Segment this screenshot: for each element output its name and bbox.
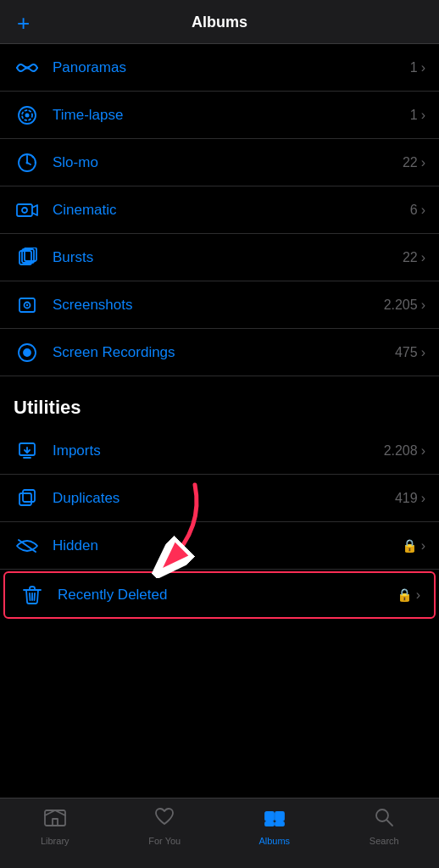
screenrecordings-icon bbox=[14, 339, 41, 366]
svg-line-28 bbox=[30, 593, 31, 600]
duplicates-count: 419 bbox=[395, 491, 418, 506]
panoramas-count: 1 bbox=[410, 60, 418, 75]
bursts-right: 22 › bbox=[403, 250, 425, 265]
timelapse-label: Time-lapse bbox=[53, 107, 410, 124]
search-icon bbox=[374, 807, 394, 832]
slomo-label: Slo-mo bbox=[53, 154, 403, 171]
svg-rect-35 bbox=[275, 822, 284, 826]
imports-label: Imports bbox=[53, 442, 384, 459]
svg-point-17 bbox=[26, 303, 28, 305]
cinematic-count: 6 bbox=[410, 203, 418, 218]
cinematic-icon bbox=[14, 197, 41, 224]
slomo-chevron: › bbox=[421, 155, 425, 170]
imports-right: 2.208 › bbox=[384, 443, 425, 459]
screenshots-chevron: › bbox=[421, 298, 425, 313]
albums-label: Albums bbox=[258, 836, 290, 846]
albums-icon bbox=[264, 807, 286, 832]
utilities-section: Utilities Imports 2.208 › Duplicates 419 bbox=[0, 376, 439, 620]
svg-rect-10 bbox=[17, 204, 32, 216]
svg-point-6 bbox=[26, 161, 29, 164]
recentlydeleted-lock-icon: 🔒 bbox=[397, 587, 413, 603]
timelapse-right: 1 › bbox=[410, 108, 425, 123]
imports-count: 2.208 bbox=[384, 443, 418, 459]
svg-rect-34 bbox=[265, 822, 274, 826]
svg-line-37 bbox=[386, 820, 392, 826]
svg-rect-32 bbox=[265, 812, 274, 821]
timelapse-count: 1 bbox=[410, 108, 418, 123]
slomo-right: 22 › bbox=[403, 155, 425, 170]
recentlydeleted-label: Recently Deleted bbox=[58, 587, 397, 604]
panoramas-label: Panoramas bbox=[53, 59, 410, 76]
panorama-icon bbox=[14, 54, 41, 81]
screenrecordings-chevron: › bbox=[421, 345, 425, 360]
cinematic-label: Cinematic bbox=[53, 202, 410, 219]
trash-icon bbox=[19, 581, 46, 609]
foryou-icon bbox=[153, 807, 175, 832]
bursts-label: Bursts bbox=[53, 249, 403, 266]
hidden-icon bbox=[14, 532, 41, 559]
tab-albums[interactable]: Albums bbox=[220, 807, 330, 846]
duplicates-chevron: › bbox=[421, 491, 425, 506]
screenshots-right: 2.205 › bbox=[384, 298, 425, 313]
duplicates-right: 419 › bbox=[395, 491, 425, 506]
bursts-count: 22 bbox=[403, 250, 418, 265]
list-item-screenrecordings[interactable]: Screen Recordings 475 › bbox=[0, 329, 439, 376]
svg-point-19 bbox=[24, 349, 31, 356]
page-title: Albums bbox=[192, 14, 247, 31]
utilities-header: Utilities bbox=[0, 376, 439, 427]
foryou-label: For You bbox=[148, 836, 181, 846]
cinematic-right: 6 › bbox=[410, 203, 425, 218]
svg-line-29 bbox=[35, 593, 36, 600]
slomo-icon bbox=[14, 149, 41, 176]
list-item-screenshots[interactable]: Screenshots 2.205 › bbox=[0, 281, 439, 329]
screenshots-label: Screenshots bbox=[53, 297, 384, 314]
screenshots-count: 2.205 bbox=[384, 298, 418, 313]
screenrecordings-count: 475 bbox=[395, 345, 418, 360]
hidden-lock-icon: 🔒 bbox=[402, 538, 418, 554]
list-item-duplicates[interactable]: Duplicates 419 › bbox=[0, 475, 439, 522]
svg-rect-24 bbox=[23, 490, 35, 502]
svg-point-2 bbox=[25, 113, 30, 117]
hidden-right: 🔒 › bbox=[402, 538, 425, 554]
add-button[interactable]: + bbox=[17, 12, 30, 34]
tab-search[interactable]: Search bbox=[330, 807, 440, 846]
list-item-slomo[interactable]: Slo-mo 22 › bbox=[0, 139, 439, 186]
timelapse-icon bbox=[14, 102, 41, 129]
cinematic-chevron: › bbox=[421, 203, 425, 218]
tab-library[interactable]: Library bbox=[0, 807, 110, 846]
svg-rect-33 bbox=[275, 812, 284, 821]
bursts-chevron: › bbox=[421, 250, 425, 265]
list-item-hidden[interactable]: Hidden 🔒 › bbox=[0, 522, 439, 570]
header: + Albums bbox=[0, 0, 439, 44]
panoramas-right: 1 › bbox=[410, 60, 425, 75]
screenrecordings-right: 475 › bbox=[395, 345, 425, 360]
hidden-chevron: › bbox=[421, 538, 425, 554]
svg-rect-30 bbox=[45, 810, 65, 826]
svg-rect-31 bbox=[53, 819, 58, 826]
svg-rect-23 bbox=[19, 493, 31, 505]
list-item-panoramas[interactable]: Panoramas 1 › bbox=[0, 44, 439, 92]
panoramas-chevron: › bbox=[421, 60, 425, 75]
screenrecordings-label: Screen Recordings bbox=[53, 344, 395, 361]
list-item-timelapse[interactable]: Time-lapse 1 › bbox=[0, 92, 439, 139]
recentlydeleted-chevron: › bbox=[416, 587, 420, 603]
timelapse-chevron: › bbox=[421, 108, 425, 123]
library-icon bbox=[44, 807, 66, 832]
tab-foryou[interactable]: For You bbox=[110, 807, 220, 846]
list-item-bursts[interactable]: Bursts 22 › bbox=[0, 234, 439, 281]
duplicates-label: Duplicates bbox=[53, 490, 395, 507]
tab-bar: Library For You Albums bbox=[0, 798, 439, 868]
list-item-cinematic[interactable]: Cinematic 6 › bbox=[0, 186, 439, 234]
duplicates-icon bbox=[14, 485, 41, 512]
media-type-list: Panoramas 1 › Time-lapse 1 › bbox=[0, 44, 439, 376]
imports-chevron: › bbox=[421, 443, 425, 459]
list-item-recentlydeleted[interactable]: Recently Deleted 🔒 › bbox=[3, 571, 436, 619]
slomo-count: 22 bbox=[403, 155, 418, 170]
recentlydeleted-right: 🔒 › bbox=[397, 587, 420, 603]
library-label: Library bbox=[41, 836, 69, 846]
search-label: Search bbox=[370, 836, 399, 846]
list-item-imports[interactable]: Imports 2.208 › bbox=[0, 427, 439, 475]
svg-point-11 bbox=[22, 208, 27, 213]
imports-icon bbox=[14, 437, 41, 465]
bursts-icon bbox=[14, 244, 41, 271]
